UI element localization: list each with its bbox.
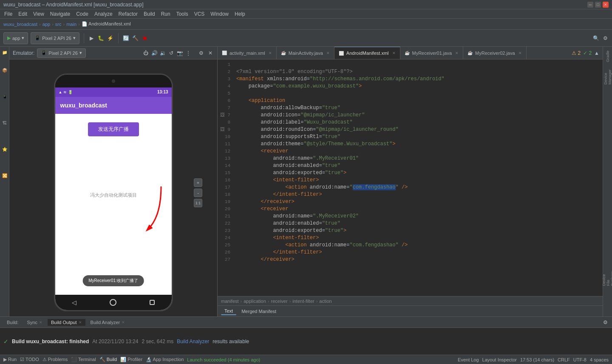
run-button[interactable]: ▶ — [88, 35, 95, 42]
sidebar-emulator-icon[interactable]: 📱 — [1, 93, 8, 100]
status-problems[interactable]: ⚠ Problems — [42, 357, 68, 362]
build-button[interactable]: 🔨 — [132, 35, 139, 42]
device-manager-panel-icon[interactable]: Device Manager — [604, 73, 612, 81]
status-crlf[interactable]: CRLF — [558, 357, 570, 362]
menu-tools[interactable]: Tools — [174, 10, 191, 18]
collapse-icon[interactable]: ▲ — [594, 50, 599, 56]
emulator-screenshot-icon[interactable]: 📷 — [176, 50, 183, 56]
device-icon: 📱 — [34, 35, 40, 41]
code-area[interactable]: <?xml version="1.0" encoding="UTF-8"?> <… — [233, 59, 603, 296]
emulator-rotate-icon[interactable]: ↺ — [168, 50, 175, 56]
tab-close-myreceiver01[interactable]: ✕ — [455, 51, 459, 55]
tab-merged-manifest[interactable]: Merged Manifest — [238, 308, 280, 315]
settings-icon[interactable]: ⚙ — [602, 35, 609, 42]
sidebar-structure-icon[interactable]: 🏗 — [1, 119, 8, 127]
build-output-label: Build Output — [51, 320, 77, 325]
status-layout-inspector[interactable]: Layout Inspector — [482, 357, 517, 362]
breadcrumb-project[interactable]: wuxu_broadcast — [3, 22, 37, 27]
emulator-power-icon[interactable]: ⏻ — [142, 50, 149, 56]
menu-navigate[interactable]: Navigate — [48, 10, 73, 18]
status-app-inspection[interactable]: 🔬 App Inspection — [146, 357, 184, 362]
editor-panel: ⬜ activity_main.xml ✕ ☕ MainActivity.jav… — [218, 47, 603, 316]
main-layout: 📁 📦 📱 🏗 ⭐ 🔀 Emulator: 📱 Pixel 2 API 26 ▾… — [0, 47, 612, 316]
sidebar-resource-icon[interactable]: 📦 — [1, 66, 8, 74]
menu-window[interactable]: Window — [208, 10, 231, 18]
menu-file[interactable]: File — [2, 10, 15, 18]
emulator-vol-up-icon[interactable]: 🔊 — [151, 50, 158, 56]
status-event-log[interactable]: Event Log — [458, 357, 479, 362]
tab-myreceiver01[interactable]: ☕ MyReceiver01.java ✕ — [400, 47, 464, 59]
menu-refactor[interactable]: Refactor — [116, 10, 140, 18]
phone-nav-home[interactable] — [110, 299, 116, 306]
breadcrumb-main[interactable]: main — [66, 22, 76, 27]
phone-screen: ▲ ≋ 🔋 13:13 wuxu_broadcast 发送无序广播 冯大少自动化… — [55, 87, 172, 310]
build-tab-build[interactable]: Build: — [3, 319, 22, 326]
status-run[interactable]: ▶ Run — [3, 357, 17, 362]
sync-button[interactable]: 🔄 — [123, 35, 130, 42]
tab-activity-main[interactable]: ⬜ activity_main.xml ✕ — [218, 47, 277, 59]
phone-nav-back[interactable]: ◁ — [72, 299, 76, 306]
menu-analyze[interactable]: Analyze — [92, 10, 115, 18]
status-terminal[interactable]: ⬛ Terminal — [71, 357, 96, 362]
debug-button[interactable]: 🐛 — [98, 35, 105, 42]
tab-androidmanifest[interactable]: ⬜ AndroidManifest.xml ✕ — [334, 47, 400, 59]
emulator-settings-icon[interactable]: ⚙ — [198, 50, 204, 56]
menu-vcs[interactable]: VCS — [192, 10, 207, 18]
zoom-out-button[interactable]: - — [194, 189, 202, 197]
tab-text[interactable]: Text — [221, 308, 236, 315]
sidebar-project-icon[interactable]: 📁 — [1, 48, 8, 56]
tab-close-androidmanifest[interactable]: ✕ — [392, 51, 396, 55]
close-button[interactable]: ✕ — [603, 2, 609, 8]
phone-app-bar: wuxu_broadcast — [55, 97, 172, 114]
menu-run[interactable]: Run — [159, 10, 173, 18]
menu-code[interactable]: Code — [74, 10, 91, 18]
tab-myreceiver02[interactable]: ☕ MyReceiver02.java ✕ — [463, 47, 527, 59]
breadcrumb-src[interactable]: src — [55, 22, 62, 27]
phone-nav-recent[interactable] — [150, 300, 155, 305]
status-build[interactable]: 🔨 Build — [99, 357, 117, 362]
attach-button[interactable]: ⚡ — [107, 35, 114, 42]
minimize-button[interactable]: ─ — [587, 2, 593, 8]
emulator-more-icon[interactable]: ⋮ — [185, 50, 192, 56]
tab-close-myreceiver02[interactable]: ✕ — [518, 51, 522, 55]
build-output-close[interactable]: ✕ — [79, 320, 82, 324]
emulator-device-dropdown[interactable]: 📱 Pixel 2 API 26 ▾ — [37, 48, 86, 58]
menu-edit[interactable]: Edit — [16, 10, 30, 18]
zoom-in-button[interactable]: + — [194, 178, 202, 187]
breadcrumb-app[interactable]: app — [42, 22, 50, 27]
emulator-vol-down-icon[interactable]: 🔉 — [159, 50, 166, 56]
tab-close-activity-main[interactable]: ✕ — [269, 51, 272, 55]
build-settings-icon[interactable]: ⚙ — [602, 319, 609, 326]
device-dropdown[interactable]: 📱 Pixel 2 API 26 ▾ — [31, 32, 79, 44]
build-tab-sync[interactable]: Sync ✕ — [24, 319, 46, 326]
build-analyzer-link[interactable]: Build Analyzer — [177, 339, 209, 344]
search-everywhere-icon[interactable]: 🔍 — [592, 35, 599, 42]
maximize-button[interactable]: □ — [595, 2, 601, 8]
status-spaces[interactable]: 4 spaces — [590, 357, 609, 362]
sidebar-favorites-icon[interactable]: ⭐ — [1, 145, 8, 153]
tab-mainactivity[interactable]: ☕ MainActivity.java ✕ — [277, 47, 334, 59]
tab-label-myreceiver02: MyReceiver02.java — [475, 51, 515, 56]
stop-button[interactable]: ⏹ — [142, 35, 148, 42]
menu-view[interactable]: View — [31, 10, 47, 18]
window-controls[interactable]: ─ □ ✕ — [587, 2, 609, 8]
menu-help[interactable]: Help — [232, 10, 248, 18]
emulator-controls: ⏻ 🔊 🔉 ↺ 📷 ⋮ — [142, 50, 192, 56]
status-encoding[interactable]: UTF-8 — [573, 357, 586, 362]
menu-build[interactable]: Build — [141, 10, 158, 18]
status-profiler[interactable]: 📊 Profiler — [120, 357, 142, 362]
device-file-explorer-icon[interactable]: Device File Explorer — [604, 275, 612, 282]
zoom-fit-button[interactable]: 1:1 — [194, 199, 202, 207]
phone-send-button[interactable]: 发送无序广播 — [88, 122, 139, 136]
run-config-dropdown[interactable]: ▶ app ▾ — [3, 32, 28, 44]
tab-close-mainactivity[interactable]: ✕ — [326, 51, 330, 55]
build-tab-analyzer[interactable]: Build Analyzer ✕ — [87, 319, 129, 326]
build-tab-output[interactable]: Build Output ✕ — [48, 319, 85, 326]
sync-close[interactable]: ✕ — [39, 320, 42, 324]
emulator-close-icon[interactable]: ✕ — [207, 50, 214, 56]
bc-action: action — [319, 299, 332, 304]
sidebar-build-variants-icon[interactable]: 🔀 — [1, 172, 8, 179]
gradle-panel-icon[interactable]: Gradle — [604, 53, 612, 60]
build-analyzer-close[interactable]: ✕ — [122, 320, 125, 324]
status-todo[interactable]: ☑ TODO — [20, 357, 39, 362]
